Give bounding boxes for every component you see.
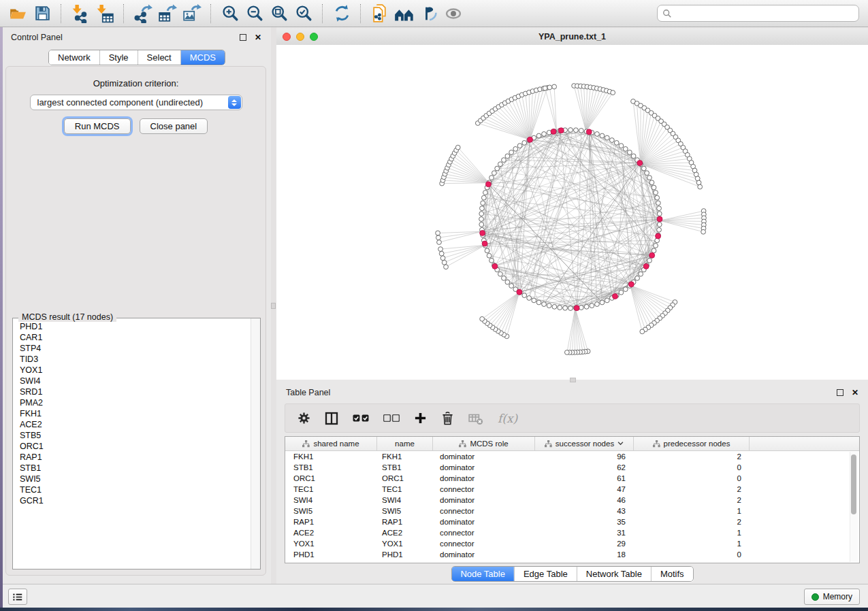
table-row[interactable]: ACE2ACE2connector311 xyxy=(285,527,859,538)
cell-predecessor-nodes[interactable]: 0 xyxy=(634,550,750,559)
network-node[interactable] xyxy=(600,133,605,138)
network-node[interactable] xyxy=(619,144,624,148)
network-node[interactable] xyxy=(655,195,660,200)
cell-shared-name[interactable]: SWI4 xyxy=(285,496,377,504)
dominator-node[interactable] xyxy=(480,230,485,235)
refresh-button[interactable] xyxy=(331,3,353,24)
cell-predecessor-nodes[interactable]: 1 xyxy=(634,507,750,515)
network-node[interactable] xyxy=(536,300,541,305)
network-node[interactable] xyxy=(489,258,494,263)
network-node[interactable] xyxy=(558,306,562,310)
cell-successor-nodes[interactable]: 96 xyxy=(535,452,634,461)
column-header-successor-nodes[interactable]: successor nodes xyxy=(535,437,634,450)
mcds-result-item[interactable]: STB1 xyxy=(14,463,251,474)
tab-edge-table[interactable]: Edge Table xyxy=(514,567,577,581)
network-node[interactable] xyxy=(502,158,507,163)
network-node[interactable] xyxy=(479,222,484,227)
network-node[interactable] xyxy=(552,84,557,89)
cell-shared-name[interactable]: RAP1 xyxy=(285,518,377,526)
cell-MCDS-role[interactable]: connector xyxy=(433,529,535,537)
vertical-splitter[interactable] xyxy=(271,27,276,584)
mcds-result-item[interactable]: SRD1 xyxy=(14,386,251,397)
network-node[interactable] xyxy=(436,231,440,235)
dominator-node[interactable] xyxy=(613,293,618,299)
table-row[interactable]: TEC1TEC1connector472 xyxy=(285,484,859,495)
network-node[interactable] xyxy=(442,260,447,265)
cell-predecessor-nodes[interactable]: 1 xyxy=(634,529,750,537)
network-node[interactable] xyxy=(639,271,643,276)
export-image-button[interactable] xyxy=(181,3,203,24)
network-node[interactable] xyxy=(590,303,594,308)
create-column-button[interactable] xyxy=(414,412,427,425)
mcds-result-item[interactable]: RAP1 xyxy=(14,452,251,463)
network-node[interactable] xyxy=(657,212,662,216)
network-node[interactable] xyxy=(481,195,486,200)
search-field[interactable] xyxy=(657,5,859,22)
optimization-criterion-select[interactable]: largest connected component (undirected) xyxy=(30,95,242,110)
network-node[interactable] xyxy=(605,135,609,140)
dominator-node[interactable] xyxy=(628,282,634,287)
column-header-MCDS-role[interactable]: MCDS role xyxy=(433,437,535,450)
cell-name[interactable]: TEC1 xyxy=(377,485,433,493)
cell-shared-name[interactable]: ORC1 xyxy=(285,474,377,482)
network-node[interactable] xyxy=(440,256,445,261)
network-node[interactable] xyxy=(485,248,489,253)
cell-shared-name[interactable]: ACE2 xyxy=(285,529,377,537)
mcds-result-item[interactable]: STB5 xyxy=(14,430,251,441)
cell-name[interactable]: RAP1 xyxy=(377,518,433,526)
network-node[interactable] xyxy=(609,138,614,143)
network-node[interactable] xyxy=(654,191,658,195)
dominator-node[interactable] xyxy=(656,233,661,239)
network-node[interactable] xyxy=(513,146,518,151)
network-node[interactable] xyxy=(439,251,444,256)
network-node[interactable] xyxy=(498,271,502,276)
network-node[interactable] xyxy=(487,253,492,258)
search-input[interactable] xyxy=(672,7,858,20)
mcds-result-item[interactable]: CAR1 xyxy=(14,332,251,343)
network-node[interactable] xyxy=(522,140,527,145)
network-node[interactable] xyxy=(552,304,557,309)
network-node[interactable] xyxy=(509,150,514,155)
dominator-node[interactable] xyxy=(586,129,592,135)
network-node[interactable] xyxy=(564,350,569,355)
tab-motifs[interactable]: Motifs xyxy=(651,567,693,581)
first-neighbors-button[interactable] xyxy=(393,3,415,24)
cell-predecessor-nodes[interactable]: 2 xyxy=(634,518,750,526)
network-node[interactable] xyxy=(517,144,522,148)
network-node[interactable] xyxy=(480,206,485,211)
network-node[interactable] xyxy=(489,176,494,180)
network-node[interactable] xyxy=(542,302,547,307)
mcds-result-item[interactable]: STP4 xyxy=(14,343,251,354)
cell-MCDS-role[interactable]: dominator xyxy=(433,463,535,472)
network-node[interactable] xyxy=(543,86,547,90)
table-row[interactable]: SWI5SWI5connector431 xyxy=(285,506,859,516)
import-table-button[interactable] xyxy=(94,3,116,24)
network-node[interactable] xyxy=(645,171,649,176)
task-history-button[interactable] xyxy=(8,589,27,605)
hide-selected-button[interactable] xyxy=(418,3,440,24)
dominator-node[interactable] xyxy=(643,263,649,269)
network-node[interactable] xyxy=(574,128,579,133)
cell-successor-nodes[interactable]: 43 xyxy=(535,507,634,515)
network-canvas[interactable] xyxy=(276,45,868,380)
network-node[interactable] xyxy=(479,217,484,222)
zoom-in-button[interactable] xyxy=(219,3,241,24)
network-node[interactable] xyxy=(542,132,547,137)
table-row[interactable]: ORC1ORC1dominator610 xyxy=(285,473,859,484)
network-node[interactable] xyxy=(522,293,527,298)
network-node[interactable] xyxy=(563,306,568,310)
dominator-node[interactable] xyxy=(657,216,662,222)
mcds-result-item[interactable]: ORC1 xyxy=(14,441,251,452)
network-node[interactable] xyxy=(595,132,600,137)
cell-successor-nodes[interactable]: 61 xyxy=(535,474,634,482)
save-session-button[interactable] xyxy=(31,3,53,24)
network-node[interactable] xyxy=(623,146,628,151)
network-node[interactable] xyxy=(614,140,619,145)
cell-name[interactable]: YOX1 xyxy=(377,540,433,548)
cell-MCDS-role[interactable]: dominator xyxy=(433,474,535,482)
network-node[interactable] xyxy=(480,316,485,321)
network-node[interactable] xyxy=(605,298,609,303)
network-node[interactable] xyxy=(611,90,615,95)
import-network-button[interactable] xyxy=(69,3,91,24)
cell-predecessor-nodes[interactable]: 2 xyxy=(634,452,750,461)
